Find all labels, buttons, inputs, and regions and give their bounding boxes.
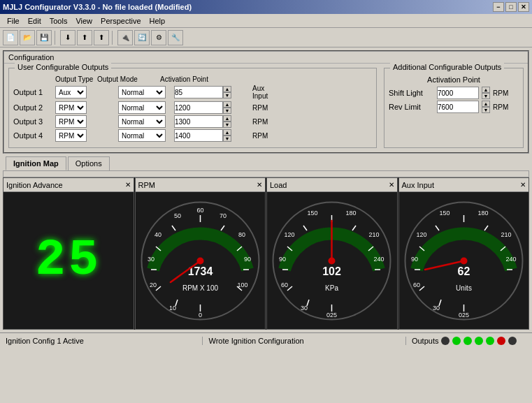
digital-value-ignition: 25 [36,232,101,289]
output-1-value-input[interactable] [174,86,223,98]
indicator-6 [497,337,505,345]
tab-options[interactable]: Options [68,156,110,170]
output-1-mode-select-wrapper: Normal [118,86,174,98]
gauge-close-aux[interactable]: ✕ [520,181,526,189]
additional-outputs-header: Activation Point [389,75,519,84]
output-4-spin-down[interactable]: ▼ [223,135,231,142]
toolbar-new[interactable]: 📄 [3,30,18,45]
gauge-close-rpm[interactable]: ✕ [257,181,262,189]
menu-view[interactable]: View [71,15,96,27]
output-2-spin-down[interactable]: ▼ [223,108,231,114]
indicator-7 [508,337,517,345]
output-3-value-input[interactable] [174,115,223,128]
tab-ignition-map[interactable]: Ignition Map [6,156,66,170]
rev-limit-input[interactable] [437,101,479,113]
gauges-area: Ignition Advance ✕ 25 RPM ✕ [3,177,529,330]
output-1-type-select[interactable]: AuxRPM [55,86,87,98]
output-3-spin-down[interactable]: ▼ [223,122,231,128]
svg-text:30: 30 [148,256,154,263]
output-1-unit: Aux Input [252,85,279,100]
output-2-mode-select[interactable]: Normal [118,101,166,114]
analog-gauge-rpm: 0 10 20 30 40 50 60 70 [136,192,266,329]
output-4-value-input[interactable] [174,129,223,142]
indicator-5 [486,337,494,345]
output-1-spin-up[interactable]: ▲ [223,86,231,92]
svg-text:80: 80 [238,231,245,238]
load-gauge-svg: 025 30 60 90 120 150 180 210 240 [271,200,393,322]
output-4-spin-up[interactable]: ▲ [223,129,231,135]
output-3-unit: RPM [252,118,279,126]
svg-text:210: 210 [369,231,380,238]
analog-gauge-aux: 025 30 60 90 120 150 180 210 240 [399,192,529,329]
svg-text:62: 62 [457,265,470,277]
svg-text:70: 70 [220,212,227,219]
svg-text:150: 150 [308,210,318,217]
toolbar-refresh[interactable]: 🔄 [134,30,150,45]
tabs-row: Ignition Map Options [3,156,529,170]
gauge-close-load[interactable]: ✕ [389,181,394,189]
gauge-close-ignition[interactable]: ✕ [125,181,131,189]
output-4-mode-select[interactable]: Normal [118,129,166,142]
config-content: User Configurable Outputs Output Type Ou… [4,64,528,152]
toolbar-download[interactable]: ⬇ [60,30,76,45]
output-2-label: Output 2 [13,103,55,112]
shift-light-spin-down[interactable]: ▼ [482,93,490,99]
menu-tools[interactable]: Tools [45,15,72,27]
aux-gauge-svg: 025 30 60 90 120 150 180 210 240 [403,200,525,322]
toolbar-save[interactable]: 💾 [36,30,52,45]
digital-display-ignition: 25 [3,192,134,329]
status-bar: Ignition Config 1 Active Wrote Ignition … [0,332,532,348]
output-2-value-input[interactable] [174,101,223,114]
gauge-title-load: Load [270,181,287,189]
toolbar-upload[interactable]: ⬆ [77,30,92,45]
output-1-type-select-wrapper: AuxRPM [55,86,118,98]
tab-content [3,170,529,177]
output-3-spin-up[interactable]: ▲ [223,115,231,122]
main-area: Configuration User Configurable Outputs … [0,47,532,332]
output-2-spin-up[interactable]: ▲ [223,101,231,108]
menu-perspective[interactable]: Perspective [96,15,145,27]
additional-outputs-group: Additional Configurable Outputs Activati… [384,68,524,148]
toolbar-settings[interactable]: ⚙ [151,30,166,45]
output-2-type-select[interactable]: RPMAux [55,101,87,114]
output-3-type-select-wrapper: RPMAux [55,115,118,128]
toolbar-wrench[interactable]: 🔧 [168,30,183,45]
output-4-unit: RPM [252,132,279,140]
menu-help[interactable]: Help [145,15,170,27]
output-4-type-select[interactable]: RPMAux [55,129,87,142]
svg-text:Units: Units [456,284,472,292]
output-1-mode-select[interactable]: Normal [118,86,166,98]
gauge-panel-load: Load ✕ 025 30 60 90 120 150 180 210 [266,177,398,330]
window-controls: − □ ✕ [493,2,529,12]
output-3-type-select[interactable]: RPMAux [55,115,87,128]
rev-limit-spin-up[interactable]: ▲ [482,101,490,107]
output-3-mode-select[interactable]: Normal [118,115,166,128]
toolbar-upload2[interactable]: ⬆ [94,30,109,45]
output-4-type-select-wrapper: RPMAux [55,129,118,142]
toolbar-connect[interactable]: 🔌 [117,30,133,45]
status-center-text: Wrote Ignition Configuration [208,337,303,345]
user-outputs-group: User Configurable Outputs Output Type Ou… [8,68,377,148]
outputs-label: Outputs [412,337,439,345]
svg-text:60: 60 [413,281,420,288]
maximize-button[interactable]: □ [505,2,517,12]
shift-light-spin-up[interactable]: ▲ [482,87,490,93]
menu-file[interactable]: File [3,15,24,27]
svg-text:150: 150 [439,210,450,217]
rev-limit-spin-down[interactable]: ▼ [482,107,490,113]
svg-text:120: 120 [285,231,295,238]
status-center: Wrote Ignition Configuration [203,337,405,345]
close-window-button[interactable]: ✕ [518,2,529,12]
gauge-header-ignition: Ignition Advance ✕ [3,178,134,192]
svg-text:60: 60 [281,281,288,288]
output-1-spin-down[interactable]: ▼ [223,92,231,98]
outputs-header: Output Type Output Mode Activation Point [55,75,372,83]
toolbar-open[interactable]: 📂 [20,30,35,45]
menu-edit[interactable]: Edit [24,15,45,27]
output-row-1: Output 1 AuxRPM Normal ▲ [13,85,372,100]
minimize-button[interactable]: − [493,2,504,12]
toolbar-sep2 [112,31,115,45]
config-panel: Configuration User Configurable Outputs … [3,50,529,154]
header-type: Output Type [55,75,97,83]
shift-light-input[interactable] [437,87,479,99]
